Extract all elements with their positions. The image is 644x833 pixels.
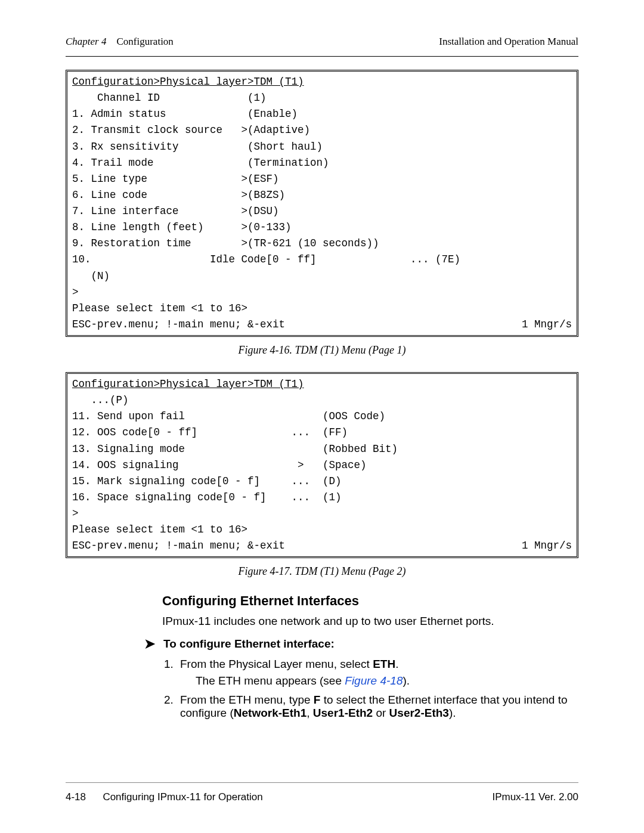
step1-text-pre: From the Physical Layer menu, select xyxy=(180,658,373,670)
step2-b4: User2-Eth3 xyxy=(389,707,449,719)
step2-b3: User1-Eth2 xyxy=(313,707,373,719)
page-footer: 4-18 Configuring IPmux-11 for Operation … xyxy=(66,782,578,803)
section-intro: IPmux-11 includes one network and up to … xyxy=(162,615,578,628)
step1-bold: ETH xyxy=(373,658,395,670)
menu1-footer-left: ESC-prev.menu; !-main menu; &-exit xyxy=(72,317,285,333)
figure-caption-1: Figure 4-16. TDM (T1) Menu (Page 1) xyxy=(66,344,578,357)
menu2-item: 12. OOS code[0 - ff] ... (FF) xyxy=(72,426,348,438)
menu2-footer-right: 1 Mngr/s xyxy=(522,538,572,554)
terminal-menu-2: Configuration>Physical layer>TDM (T1) ..… xyxy=(66,372,578,558)
step2-pre: From the ETH menu, type xyxy=(180,693,314,706)
step1-sub-post: ). xyxy=(402,674,410,687)
page: Chapter 4 Configuration Installation and… xyxy=(0,0,644,833)
step2-bold1: F xyxy=(314,693,321,706)
menu1-select-prompt: Please select item <1 to 16> xyxy=(72,302,247,314)
menu2-prompt: > xyxy=(72,507,79,519)
menu1-footer-right: 1 Mngr/s xyxy=(522,317,572,333)
menu2-select-prompt: Please select item <1 to 16> xyxy=(72,524,247,535)
menu1-item: 7. Line interface >(DSU) xyxy=(72,205,279,217)
step2-c2: or xyxy=(373,707,389,719)
step-2: From the ETH menu, type F to select the … xyxy=(177,693,578,720)
menu2-item: 14. OOS signaling > (Space) xyxy=(72,459,367,471)
steps-wrapper: From the Physical Layer menu, select ETH… xyxy=(162,658,578,720)
figure-link[interactable]: Figure 4-18 xyxy=(345,674,402,687)
chapter-name: Configuration xyxy=(116,36,173,47)
procedure-heading: ➤ To configure Ethernet interface: xyxy=(144,636,578,652)
menu1-item: 3. Rx sensitivity (Short haul) xyxy=(72,141,323,153)
menu2-item: 11. Send upon fail (OOS Code) xyxy=(72,410,385,422)
menu1-item: 6. Line code >(B8ZS) xyxy=(72,189,285,201)
step1-sub: The ETH menu appears (see Figure 4-18). xyxy=(196,674,578,688)
footer-page: 4-18 xyxy=(66,791,86,803)
menu1-item: 9. Restoration time >(TR-621 (10 seconds… xyxy=(72,237,379,249)
footer-product: IPmux-11 Ver. 2.00 xyxy=(492,791,578,803)
menu1-item: 2. Transmit clock source >(Adaptive) xyxy=(72,124,310,136)
terminal-menu-1: Configuration>Physical layer>TDM (T1) Ch… xyxy=(66,70,578,337)
procedure-heading-text: To configure Ethernet interface: xyxy=(163,637,335,651)
menu2-cont: ...(P) xyxy=(72,394,129,406)
figure-caption-2: Figure 4-17. TDM (T1) Menu (Page 2) xyxy=(66,565,578,578)
menu1-item: 1. Admin status (Enable) xyxy=(72,108,298,120)
step-1: From the Physical Layer menu, select ETH… xyxy=(177,658,578,688)
steps-list: From the Physical Layer menu, select ETH… xyxy=(177,658,578,720)
header-right: Installation and Operation Manual xyxy=(439,36,578,48)
menu1-breadcrumb: Configuration>Physical layer>TDM (T1) xyxy=(72,76,304,88)
page-header: Chapter 4 Configuration Installation and… xyxy=(66,36,578,48)
menu2-item: 16. Space signaling code[0 - f] ... (1) xyxy=(72,491,342,503)
header-left: Chapter 4 Configuration xyxy=(66,36,174,48)
footer-title: Configuring IPmux-11 for Operation xyxy=(103,791,262,803)
menu1-prompt: > xyxy=(72,286,79,298)
menu2-item: 13. Signaling mode (Robbed Bit) xyxy=(72,443,398,455)
menu1-item: 4. Trail mode (Termination) xyxy=(72,157,329,169)
menu1-item: 5. Line type >(ESF) xyxy=(72,173,279,185)
section-body: Configuring Ethernet Interfaces IPmux-11… xyxy=(162,593,578,628)
step1-text-post: . xyxy=(395,658,398,670)
menu2-footer-left: ESC-prev.menu; !-main menu; &-exit xyxy=(72,538,285,554)
step2-c1: , xyxy=(306,707,313,719)
menu1-item: 8. Line length (feet) >(0-133) xyxy=(72,221,292,233)
menu1-channel: Channel ID (1) xyxy=(72,92,267,104)
menu1-item: 10. Idle Code[0 - ff] ... (7E) xyxy=(72,253,460,265)
menu2-breadcrumb: Configuration>Physical layer>TDM (T1) xyxy=(72,378,304,390)
footer-left: 4-18 Configuring IPmux-11 for Operation xyxy=(66,791,263,803)
menu2-item: 15. Mark signaling code[0 - f] ... (D) xyxy=(72,475,342,487)
step1-sub-pre: The ETH menu appears (see xyxy=(196,674,345,687)
arrow-right-icon: ➤ xyxy=(144,636,155,652)
section-heading: Configuring Ethernet Interfaces xyxy=(162,593,578,609)
chapter-label: Chapter 4 xyxy=(66,36,106,47)
step2-end: ). xyxy=(449,707,456,719)
step2-b2: Network-Eth1 xyxy=(234,707,306,719)
footer-rule xyxy=(66,782,578,783)
menu1-item: (N) xyxy=(72,270,110,282)
header-rule xyxy=(66,56,578,57)
